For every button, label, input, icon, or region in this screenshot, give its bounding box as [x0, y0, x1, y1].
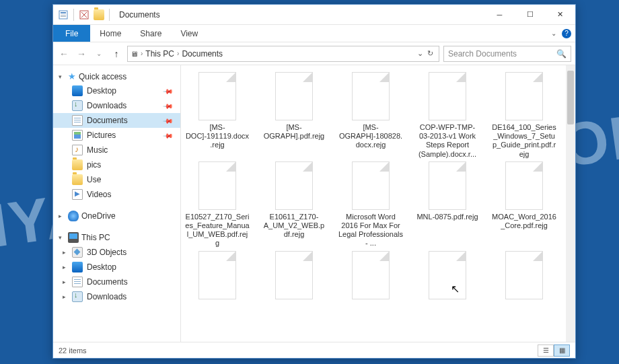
file-item[interactable]: COP-WFP-TMP-03-2013-v1 Work Steps Report…	[415, 72, 480, 159]
nav-up-button[interactable]: ↑	[110, 47, 123, 61]
this-pc-header[interactable]: ▾ This PC	[53, 230, 180, 245]
tab-view[interactable]: View	[171, 25, 207, 42]
file-thumb-icon	[198, 72, 236, 120]
breadcrumb-sep: ›	[177, 50, 179, 57]
sidebar-item-pc-documents[interactable]: ▸Documents	[53, 275, 180, 289]
file-thumb-icon	[429, 72, 466, 120]
documents-icon	[72, 277, 83, 287]
sidebar-item-pc-desktop[interactable]: ▸Desktop	[53, 260, 180, 275]
sidebar-item-3d-objects[interactable]: ▸3D Objects	[53, 245, 180, 260]
view-large-icons-button[interactable]: ▦	[554, 344, 570, 357]
file-name-label: [MS-OGRAPH].pdf.rejg	[262, 123, 326, 141]
scrollbar-thumb[interactable]	[567, 71, 574, 124]
quick-access-header[interactable]: ▾ ★ Quick access	[53, 69, 180, 83]
window-title: Documents	[115, 10, 160, 20]
file-item[interactable]: DE164_100_Series_Windows_7_Setup_Guide_p…	[492, 72, 556, 159]
tab-home[interactable]: Home	[90, 25, 131, 42]
status-bar: 22 items ☰ ▦	[53, 342, 575, 358]
vertical-scrollbar[interactable]	[566, 65, 575, 342]
address-bar: ← → ⌄ ↑ 🖥 › This PC › Documents ⌄ ↻ Sear…	[53, 42, 575, 65]
sidebar-item-downloads[interactable]: Downloads📌	[53, 98, 180, 113]
file-item[interactable]: MNL-0875.pdf.rejg	[415, 161, 480, 248]
address-field[interactable]: 🖥 › This PC › Documents ⌄ ↻	[127, 46, 439, 62]
nav-back-button[interactable]: ←	[57, 47, 71, 61]
onedrive-label: OneDrive	[81, 211, 116, 221]
folder-icon	[72, 159, 83, 170]
file-thumb-icon	[505, 251, 543, 299]
file-name-label: MOAC_Word_2016_Core.pdf.rejg	[492, 213, 556, 230]
explorer-window: Documents ─ ☐ ✕ File Home Share View ⌄ ?…	[52, 4, 576, 359]
file-item[interactable]: E10527_Z170_Series_Feature_Manual_UM_WEB…	[185, 161, 250, 248]
quick-access-label: Quick access	[79, 72, 126, 81]
sidebar-item-use[interactable]: Use	[53, 172, 180, 187]
file-name-label: DE164_100_Series_Windows_7_Setup_Guide_p…	[492, 123, 556, 159]
file-thumb-icon	[275, 161, 313, 210]
sidebar-item-videos[interactable]: Videos	[53, 187, 180, 202]
caret-right-icon: ▸	[63, 249, 68, 256]
sidebar-item-pics[interactable]: pics	[53, 157, 180, 172]
qat-folder-icon[interactable]	[93, 9, 105, 21]
sidebar-item-pc-downloads[interactable]: ▸Downloads	[53, 289, 180, 304]
qat-new-folder-icon[interactable]	[78, 9, 90, 21]
folder-icon	[72, 174, 83, 185]
file-item[interactable]: [MS-OGRAPH]-180828.docx.rejg	[338, 72, 403, 159]
sidebar-item-desktop[interactable]: Desktop📌	[53, 83, 180, 98]
svg-rect-1	[61, 12, 66, 13]
caret-down-icon: ▾	[59, 234, 65, 241]
close-button[interactable]: ✕	[545, 5, 575, 25]
downloads-icon	[72, 291, 83, 302]
file-tab[interactable]: File	[53, 25, 90, 42]
view-details-button[interactable]: ☰	[538, 344, 554, 357]
tree-onedrive: ▸ OneDrive	[53, 209, 180, 223]
tree-this-pc: ▾ This PC ▸3D Objects ▸Desktop ▸Document…	[53, 230, 180, 304]
file-name-label: E10527_Z170_Series_Feature_Manual_UM_WEB…	[185, 213, 250, 248]
file-item[interactable]	[492, 251, 556, 302]
file-grid[interactable]: [MS-DOC]-191119.docx.rejg[MS-OGRAPH].pdf…	[181, 65, 566, 342]
downloads-icon	[72, 100, 83, 111]
file-thumb-icon	[352, 72, 390, 120]
file-item[interactable]: Microsoft Word 2016 For Max For Legal Pr…	[338, 161, 403, 248]
file-item[interactable]	[415, 251, 480, 302]
qat-properties-icon[interactable]	[57, 9, 69, 21]
search-input[interactable]: Search Documents 🔍	[443, 46, 571, 62]
nav-recent-dropdown[interactable]: ⌄	[92, 47, 106, 61]
file-item[interactable]	[338, 251, 403, 302]
sidebar-item-pictures[interactable]: Pictures📌	[53, 128, 180, 143]
breadcrumb-this-pc[interactable]: This PC	[145, 49, 174, 59]
pin-icon: 📌	[163, 100, 174, 111]
svg-rect-3	[61, 16, 66, 17]
nav-forward-button[interactable]: →	[75, 47, 88, 61]
sidebar-item-music[interactable]: Music	[53, 143, 180, 157]
qat-separator-2	[109, 9, 110, 21]
file-item[interactable]	[185, 251, 250, 302]
file-thumb-icon	[505, 72, 543, 120]
onedrive-icon	[68, 211, 79, 221]
ribbon-expand-icon[interactable]: ⌄	[551, 30, 556, 37]
file-thumb-icon	[275, 251, 313, 299]
help-icon[interactable]: ?	[562, 29, 571, 38]
file-item[interactable]: E10611_Z170-A_UM_V2_WEB.pdf.rejg	[262, 161, 326, 248]
file-item[interactable]: [MS-DOC]-191119.docx.rejg	[185, 72, 250, 159]
refresh-icon[interactable]: ↻	[427, 49, 433, 58]
file-item[interactable]	[262, 251, 326, 302]
tab-share[interactable]: Share	[131, 25, 171, 42]
navigation-pane: ▾ ★ Quick access Desktop📌 Downloads📌 Doc…	[53, 65, 181, 342]
qat-separator	[73, 9, 74, 21]
file-name-label: [MS-OGRAPH]-180828.docx.rejg	[338, 123, 403, 150]
file-item[interactable]: [MS-OGRAPH].pdf.rejg	[262, 72, 326, 159]
tree-quick-access: ▾ ★ Quick access Desktop📌 Downloads📌 Doc…	[53, 69, 180, 202]
file-thumb-icon	[352, 161, 390, 210]
file-name-label: MNL-0875.pdf.rejg	[416, 213, 478, 221]
search-icon[interactable]: 🔍	[556, 49, 567, 59]
file-name-label: COP-WFP-TMP-03-2013-v1 Work Steps Report…	[415, 123, 480, 159]
sidebar-item-documents[interactable]: Documents📌	[53, 113, 180, 128]
onedrive-header[interactable]: ▸ OneDrive	[53, 209, 180, 223]
file-item[interactable]: MOAC_Word_2016_Core.pdf.rejg	[492, 161, 556, 248]
file-thumb-icon	[429, 251, 466, 299]
address-dropdown-icon[interactable]: ⌄	[417, 49, 423, 58]
breadcrumb-documents[interactable]: Documents	[182, 49, 223, 59]
file-name-label: Microsoft Word 2016 For Max For Legal Pr…	[338, 213, 403, 248]
minimize-button[interactable]: ─	[484, 5, 515, 25]
file-thumb-icon	[505, 161, 543, 210]
maximize-button[interactable]: ☐	[515, 5, 545, 25]
